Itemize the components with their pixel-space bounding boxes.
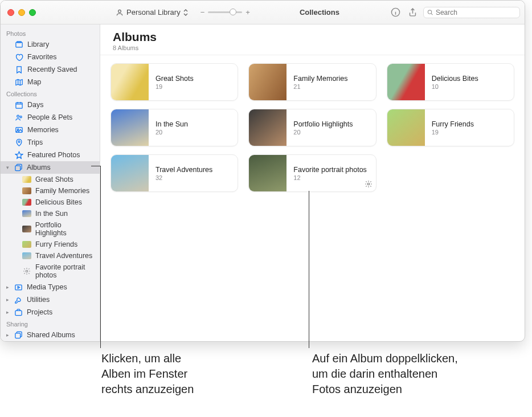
sidebar-item-library[interactable]: Library	[1, 38, 100, 51]
sidebar-album-family-memories[interactable]: Family Memories	[1, 185, 100, 197]
sidebar-label: People & Pets	[27, 113, 72, 121]
titlebar: Personal Library − + Collections	[1, 1, 525, 24]
callout-right: Auf ein Album doppelklicken, um die dari…	[312, 351, 458, 397]
album-count: 12	[293, 174, 367, 181]
sidebar-label: Featured Photos	[27, 151, 80, 159]
album-thumb-icon	[22, 241, 31, 248]
album-thumb-icon	[22, 176, 31, 183]
album-card[interactable]: Travel Adventures32	[111, 154, 238, 192]
sidebar-item-map[interactable]: Map	[1, 76, 100, 88]
sidebar-item-albums[interactable]: ▾ Albums	[1, 161, 100, 174]
star-icon	[14, 150, 23, 160]
share-button[interactable]	[406, 6, 419, 19]
sidebar-item-recently-saved[interactable]: Recently Saved	[1, 63, 100, 76]
sidebar-label: Portfolio Highlights	[35, 221, 94, 237]
info-button[interactable]	[389, 6, 402, 19]
sidebar-label: Favorites	[27, 53, 56, 61]
sidebar-label: Trips	[27, 138, 43, 146]
sidebar-item-media-types[interactable]: ▸ Media Types	[1, 281, 100, 293]
zoom-in-icon[interactable]: +	[245, 8, 250, 17]
album-thumbnail	[387, 63, 425, 101]
media-icon	[14, 283, 23, 292]
person-icon	[116, 9, 124, 17]
album-name: Delicious Bites	[432, 75, 478, 83]
pin-icon	[14, 138, 23, 147]
chevron-updown-icon	[183, 9, 188, 16]
album-thumb-icon	[22, 199, 31, 206]
svg-point-0	[118, 10, 121, 13]
search-field[interactable]	[423, 7, 520, 18]
chevron-right-icon[interactable]: ▸	[6, 309, 10, 315]
search-input[interactable]	[436, 9, 516, 17]
close-button[interactable]	[7, 9, 14, 16]
sidebar-label: Media Types	[27, 283, 67, 291]
window-controls	[5, 9, 39, 16]
search-icon	[427, 9, 433, 16]
svg-rect-3	[15, 42, 22, 47]
sidebar-album-furry-friends[interactable]: Furry Friends	[1, 239, 100, 250]
zoom-slider[interactable]: − +	[200, 8, 250, 17]
toolbar-title: Collections	[300, 8, 339, 17]
album-card[interactable]: In the Sun20	[111, 109, 238, 146]
album-card[interactable]: Furry Friends19	[387, 109, 514, 146]
sidebar-item-utilities[interactable]: ▸ Utilities	[1, 293, 100, 306]
sidebar-item-shared-albums[interactable]: ▸ Shared Albums	[1, 329, 100, 341]
album-name: In the Sun	[155, 120, 188, 128]
sidebar-label: In the Sun	[35, 210, 68, 218]
sidebar-item-people-pets[interactable]: People & Pets	[1, 111, 100, 124]
album-card-smart[interactable]: Favorite portrait photos12	[248, 154, 376, 192]
gear-icon	[22, 267, 31, 276]
album-count: 20	[155, 129, 188, 136]
sidebar-album-delicious-bites[interactable]: Delicious Bites	[1, 197, 100, 208]
chevron-right-icon[interactable]: ▸	[6, 284, 10, 290]
album-thumb-icon	[22, 210, 31, 217]
zoom-out-icon[interactable]: −	[200, 8, 205, 17]
svg-rect-11	[15, 165, 20, 170]
album-count: 20	[293, 129, 353, 136]
album-card[interactable]: Portfolio Highlights20	[248, 109, 376, 146]
svg-point-9	[17, 129, 19, 130]
sidebar-label: Memories	[27, 126, 59, 134]
briefcase-icon	[14, 308, 23, 317]
people-icon	[14, 113, 23, 122]
wrench-icon	[14, 295, 23, 304]
album-card[interactable]: Family Memories21	[248, 63, 376, 101]
callout-left: Klicken, um alle Alben im Fenster rechts…	[101, 351, 194, 397]
album-card[interactable]: Delicious Bites10	[387, 63, 514, 101]
svg-rect-13	[15, 285, 21, 290]
library-label: Personal Library	[126, 8, 181, 17]
album-card[interactable]: Great Shots19	[111, 63, 238, 101]
gear-icon	[365, 180, 373, 188]
sidebar-item-projects[interactable]: ▸ Projects	[1, 306, 100, 318]
sidebar-item-featured-photos[interactable]: Featured Photos	[1, 149, 100, 161]
chevron-right-icon[interactable]: ▸	[6, 332, 10, 338]
sidebar-item-memories[interactable]: Memories	[1, 124, 100, 136]
sidebar-label: Utilities	[27, 296, 50, 304]
sidebar-item-days[interactable]: Days	[1, 99, 100, 111]
library-dropdown[interactable]: Personal Library	[112, 7, 191, 18]
sidebar-album-in-the-sun[interactable]: In the Sun	[1, 208, 100, 219]
album-name: Favorite portrait photos	[293, 166, 367, 174]
minimize-button[interactable]	[18, 9, 25, 16]
sidebar-album-great-shots[interactable]: Great Shots	[1, 174, 100, 185]
sidebar-item-favorites[interactable]: Favorites	[1, 51, 100, 63]
heart-icon	[14, 52, 23, 62]
sidebar-section-photos: Photos	[1, 28, 100, 38]
sidebar-item-trips[interactable]: Trips	[1, 136, 100, 149]
album-name: Portfolio Highlights	[293, 120, 353, 128]
svg-point-12	[26, 270, 28, 272]
maximize-button[interactable]	[29, 9, 36, 16]
sidebar-album-favorite-portrait[interactable]: Favorite portrait photos	[1, 261, 100, 281]
svg-point-16	[367, 183, 370, 185]
sidebar-section-collections: Collections	[1, 88, 100, 99]
content-area: Albums 8 Albums Great Shots19 Family Mem…	[100, 24, 525, 341]
album-thumbnail	[111, 109, 149, 146]
sidebar-album-portfolio-highlights[interactable]: Portfolio Highlights	[1, 219, 100, 239]
sidebar-label: Projects	[27, 308, 52, 316]
sidebar-album-travel-adventures[interactable]: Travel Adventures	[1, 250, 100, 261]
sidebar-label: Great Shots	[35, 175, 73, 183]
chevron-down-icon[interactable]: ▾	[6, 165, 10, 170]
svg-rect-14	[15, 310, 21, 315]
map-icon	[14, 77, 23, 87]
chevron-right-icon[interactable]: ▸	[6, 297, 10, 302]
